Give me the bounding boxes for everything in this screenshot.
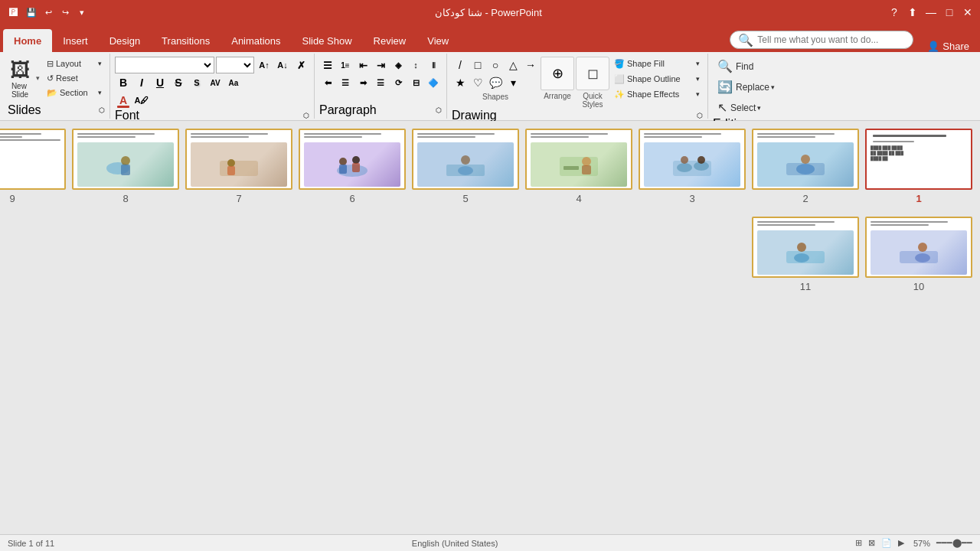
bullets-button[interactable]: ☰ (319, 57, 336, 73)
reading-view-icon[interactable]: 📄 (881, 538, 892, 548)
smart-art-button[interactable]: ◈ (390, 57, 407, 73)
shape-effects-icon: ✨ (614, 90, 625, 99)
slide-thumb-10[interactable] (865, 217, 972, 278)
shape-effects-button[interactable]: ✨ Shape Effects ▾ (611, 87, 703, 101)
tab-design[interactable]: Design (99, 29, 151, 52)
replace-button[interactable]: 🔄 Replace ▾ (713, 77, 779, 96)
shape-heart[interactable]: ♡ (469, 74, 486, 91)
shape-triangle[interactable]: △ (505, 57, 521, 73)
redo-button[interactable]: ↪ (58, 5, 72, 19)
strikethrough-button[interactable]: S (170, 74, 187, 91)
section-button[interactable]: 📂 Section ▾ (44, 86, 105, 99)
tab-slideshow[interactable]: Slide Show (292, 29, 363, 52)
ribbon-display-button[interactable]: ⬆ (906, 6, 919, 18)
drawing-group-expand[interactable]: ⬡ (697, 112, 703, 119)
font-name-select[interactable] (115, 57, 214, 73)
maximize-button[interactable]: □ (943, 6, 956, 18)
justify-button[interactable]: ☰ (372, 74, 389, 91)
customize-quick-access-button[interactable]: ▾ (75, 5, 89, 19)
slide-sorter-icon[interactable]: ⊠ (868, 538, 875, 548)
replace-arrow[interactable]: ▾ (771, 83, 775, 91)
convert-to-smartart-button[interactable]: 🔷 (425, 74, 442, 91)
shape-more[interactable]: ▾ (505, 74, 521, 91)
new-slide-dropdown[interactable]: 🖼 NewSlide ▾ (8, 57, 42, 99)
align-right-button[interactable]: ➡ (354, 74, 371, 91)
slideshow-view-icon[interactable]: ▶ (898, 538, 904, 548)
shape-rect[interactable]: □ (469, 57, 486, 73)
align-left-button[interactable]: ⬅ (319, 74, 336, 91)
search-box[interactable]: 🔍 (730, 31, 913, 49)
tab-review[interactable]: Review (363, 29, 417, 52)
char-spacing-button[interactable]: AV (207, 74, 224, 91)
new-slide-button[interactable]: 🖼 NewSlide (8, 57, 32, 99)
tab-animations[interactable]: Animations (220, 29, 291, 52)
decrease-indent-button[interactable]: ⇤ (354, 57, 371, 73)
search-input[interactable] (757, 34, 905, 45)
help-icon[interactable]: ? (888, 6, 900, 18)
slide-thumb-1[interactable]: ████ ███ ████ ██ ████ ██ ███ ████ ██ (865, 129, 972, 190)
new-slide-arrow[interactable]: ▾ (33, 57, 42, 99)
text-direction-button[interactable]: ⟳ (390, 74, 407, 91)
section-arrow[interactable]: ▾ (98, 89, 102, 96)
powerpoint-icon[interactable]: 🅿 (6, 5, 20, 19)
shape-arrow[interactable]: → (522, 57, 539, 73)
increase-indent-button[interactable]: ⇥ (372, 57, 389, 73)
font-color-button[interactable]: A (115, 92, 132, 109)
find-button[interactable]: 🔍 Find (713, 57, 779, 76)
slide-thumb-11[interactable] (752, 217, 859, 278)
decrease-font-button[interactable]: A↓ (274, 57, 291, 73)
align-center-button[interactable]: ☰ (337, 74, 354, 91)
undo-button[interactable]: ↩ (41, 5, 55, 19)
minimize-button[interactable]: — (925, 6, 937, 18)
layout-arrow[interactable]: ▾ (98, 60, 102, 67)
italic-button[interactable]: I (133, 74, 150, 91)
shape-oval[interactable]: ○ (487, 57, 504, 73)
slide-thumb-9[interactable] (0, 129, 66, 190)
slide-thumb-3[interactable] (639, 129, 746, 190)
text-case-button[interactable]: Aa (225, 74, 242, 91)
slide-thumb-2[interactable] (752, 129, 859, 190)
slide-thumb-7[interactable] (185, 129, 292, 190)
paragraph-group-expand[interactable]: ⬡ (436, 106, 442, 114)
slide-thumb-5[interactable] (412, 129, 519, 190)
shape-fill-arrow[interactable]: ▾ (696, 60, 700, 67)
reset-button[interactable]: ↺ Reset (44, 71, 105, 85)
shape-outline-button[interactable]: ⬜ Shape Outline ▾ (611, 72, 703, 86)
increase-font-button[interactable]: A↑ (256, 57, 273, 73)
clear-format-button[interactable]: ✗ (292, 57, 309, 73)
tab-insert[interactable]: Insert (52, 29, 99, 52)
shape-effects-arrow[interactable]: ▾ (696, 90, 700, 98)
underline-button[interactable]: U (152, 74, 168, 91)
numbering-button[interactable]: 1≡ (337, 57, 354, 73)
share-button[interactable]: 👤 Share (920, 41, 977, 52)
columns-button[interactable]: ⫴ (425, 57, 442, 73)
slide-thumb-4[interactable] (525, 129, 632, 190)
quick-styles-button[interactable]: ◻ (576, 57, 609, 90)
tab-transitions[interactable]: Transitions (151, 29, 220, 52)
shape-callout[interactable]: 💬 (487, 74, 504, 91)
normal-view-icon[interactable]: ⊞ (855, 538, 862, 548)
font-size-select[interactable] (216, 57, 254, 73)
shape-line[interactable]: / (452, 57, 469, 73)
tab-view[interactable]: View (416, 29, 459, 52)
slide-thumb-8[interactable] (72, 129, 179, 190)
line-spacing-button[interactable]: ↕ (407, 57, 424, 73)
highlight-color-button[interactable]: A🖊 (133, 92, 150, 109)
slide-thumb-6[interactable] (299, 129, 406, 190)
font-group-expand[interactable]: ⬡ (303, 112, 309, 119)
shadow-button[interactable]: S (188, 74, 205, 91)
align-text-button[interactable]: ⊟ (407, 74, 424, 91)
save-button[interactable]: 💾 (24, 5, 38, 19)
select-button[interactable]: ↖ Select ▾ (713, 98, 779, 117)
slides-group-expand[interactable]: ⬡ (99, 106, 105, 114)
shape-star[interactable]: ★ (452, 74, 469, 91)
bold-button[interactable]: B (115, 74, 132, 91)
arrange-button[interactable]: ⊕ (541, 57, 574, 90)
shape-fill-button[interactable]: 🪣 Shape Fill ▾ (611, 57, 703, 70)
layout-button[interactable]: ⊟ Layout ▾ (44, 57, 105, 70)
select-arrow[interactable]: ▾ (757, 104, 761, 112)
close-button[interactable]: ✕ (962, 6, 974, 18)
shape-outline-arrow[interactable]: ▾ (696, 75, 700, 83)
zoom-slider[interactable]: ━━━⬤━━ (936, 538, 972, 548)
tab-home[interactable]: Home (3, 29, 52, 52)
